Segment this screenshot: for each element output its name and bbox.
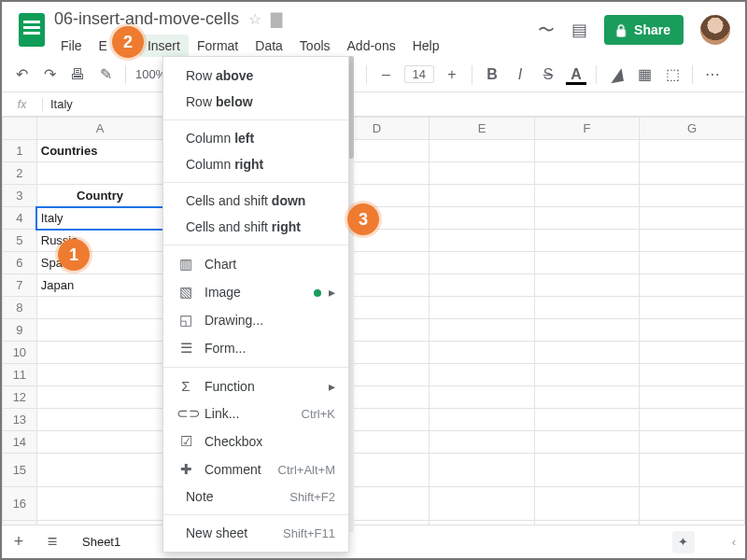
menu-item-form[interactable]: ☰Form...	[163, 334, 348, 362]
row-header[interactable]: 10	[3, 342, 37, 364]
annotation-badge-1: 1	[58, 239, 90, 271]
add-sheet-button[interactable]: +	[2, 532, 35, 552]
cell[interactable]: Countries	[36, 140, 163, 162]
cell[interactable]: Spain	[36, 252, 163, 274]
row-header[interactable]: 6	[3, 252, 37, 274]
col-header[interactable]: A	[36, 118, 163, 140]
merge-button[interactable]: ⬚	[662, 65, 683, 83]
annotation-badge-3: 3	[347, 203, 379, 235]
menu-item-comment[interactable]: ✚CommentCtrl+Alt+M	[163, 455, 348, 483]
row-header[interactable]: 12	[3, 386, 37, 409]
undo-icon[interactable]: ↶	[11, 65, 32, 83]
italic-button[interactable]: I	[510, 66, 530, 83]
row-header[interactable]: 9	[3, 319, 37, 342]
menu-item-new-sheet[interactable]: New sheetShift+F11	[163, 520, 348, 546]
sheet-tab-bar: + ≡ Sheet1 ✦ ‹	[2, 525, 745, 558]
image-icon: ▧	[176, 284, 195, 301]
fill-color-button[interactable]: ◢	[604, 63, 627, 86]
print-icon[interactable]: 🖶	[67, 66, 88, 83]
row-header[interactable]: 5	[3, 230, 37, 252]
menu-insert[interactable]: Insert	[139, 35, 189, 57]
menu-format[interactable]: Format	[189, 35, 247, 57]
row-header[interactable]: 13	[3, 409, 37, 431]
toolbar: ↶ ↷ 🖶 ✎ 100% ▾ – 14 + B I S A ◢ ▦ ⬚ ⋯	[2, 57, 745, 92]
menu-item-link[interactable]: ⊂⊃Link...Ctrl+K	[163, 399, 348, 427]
col-header[interactable]: G	[640, 118, 745, 140]
activity-icon[interactable]: 〜	[538, 19, 555, 41]
link-icon: ⊂⊃	[176, 405, 195, 422]
doc-title[interactable]: 06-insert-and-move-cells	[54, 9, 239, 29]
sheets-logo-icon	[19, 13, 45, 47]
font-size-dec[interactable]: –	[376, 66, 397, 83]
font-size-inc[interactable]: +	[442, 66, 462, 83]
sigma-icon: Σ	[176, 378, 195, 394]
menu-tools[interactable]: Tools	[291, 35, 339, 57]
font-size-input[interactable]: 14	[404, 65, 434, 83]
row-header[interactable]: 1	[3, 140, 37, 162]
col-header[interactable]: F	[534, 118, 640, 140]
move-folder-icon[interactable]: ▇	[271, 10, 282, 28]
strike-button[interactable]: S	[538, 66, 558, 83]
cell[interactable]: Country	[36, 185, 163, 207]
form-icon: ☰	[176, 340, 195, 357]
spreadsheet-grid[interactable]: A B C D E F G 1Countries 2 3Country 4Ita…	[2, 117, 745, 543]
row-header[interactable]: 7	[3, 274, 37, 297]
menu-item-col-right[interactable]: Column right	[163, 151, 348, 177]
cell[interactable]: Japan	[36, 274, 163, 297]
select-all-corner[interactable]	[3, 118, 37, 140]
menu-item-cells-shift-down[interactable]: Cells and shift down	[163, 188, 348, 214]
menu-item-col-left[interactable]: Column left	[163, 125, 348, 151]
paint-format-icon[interactable]: ✎	[95, 65, 116, 83]
cell-selected[interactable]: Italy	[36, 207, 163, 230]
menu-addons[interactable]: Add-ons	[339, 35, 404, 57]
row-header[interactable]: 4	[3, 207, 37, 230]
menu-item-checkbox[interactable]: ☑Checkbox	[163, 427, 348, 455]
all-sheets-button[interactable]: ≡	[35, 532, 69, 552]
drawing-icon: ◱	[176, 312, 195, 329]
redo-icon[interactable]: ↷	[39, 65, 60, 83]
menu-item-cells-shift-right[interactable]: Cells and shift right	[163, 214, 348, 240]
bold-button[interactable]: B	[482, 66, 502, 83]
menu-item-function[interactable]: ΣFunction▸	[163, 372, 348, 399]
scroll-left-icon[interactable]: ‹	[732, 535, 736, 549]
menu-item-drawing[interactable]: ◱Drawing...	[163, 306, 348, 334]
menu-help[interactable]: Help	[404, 35, 448, 57]
row-header[interactable]: 3	[3, 185, 37, 207]
col-header[interactable]: E	[430, 118, 535, 140]
menu-item-note[interactable]: NoteShift+F2	[163, 483, 348, 510]
menu-data[interactable]: Data	[247, 35, 291, 57]
menu-item-chart[interactable]: ▥Chart	[163, 250, 348, 278]
cell[interactable]: Russia	[36, 230, 163, 252]
star-icon[interactable]: ☆	[248, 10, 261, 28]
menu-item-image[interactable]: ▧Image ▸	[163, 278, 348, 306]
row-header[interactable]: 11	[3, 364, 37, 386]
row-header[interactable]: 2	[3, 162, 37, 185]
menu-item-row-above[interactable]: Row above	[163, 63, 348, 89]
menu-item-row-below[interactable]: Row below	[163, 89, 348, 115]
text-color-button[interactable]: A	[566, 66, 586, 83]
sheet-tab[interactable]: Sheet1	[69, 527, 134, 556]
formula-input[interactable]: Italy	[43, 97, 73, 111]
explore-button[interactable]: ✦	[672, 531, 695, 553]
account-avatar[interactable]	[700, 15, 730, 45]
row-header[interactable]: 8	[3, 297, 37, 319]
row-header[interactable]: 15	[3, 454, 37, 487]
fx-label: fx	[2, 98, 43, 111]
insert-menu-dropdown: Row above Row below Column left Column r…	[162, 56, 349, 553]
row-header[interactable]: 16	[3, 487, 37, 521]
annotation-badge-2: 2	[112, 26, 144, 58]
comment-icon: ✚	[176, 461, 195, 478]
checkbox-icon: ☑	[176, 433, 195, 450]
comments-icon[interactable]: ▤	[571, 20, 587, 40]
borders-button[interactable]: ▦	[634, 65, 655, 83]
menu-file[interactable]: File	[52, 35, 91, 57]
row-header[interactable]: 14	[3, 431, 37, 454]
chart-icon: ▥	[176, 256, 195, 273]
share-button[interactable]: Share	[604, 15, 684, 45]
more-toolbar-icon[interactable]: ⋯	[702, 65, 723, 83]
